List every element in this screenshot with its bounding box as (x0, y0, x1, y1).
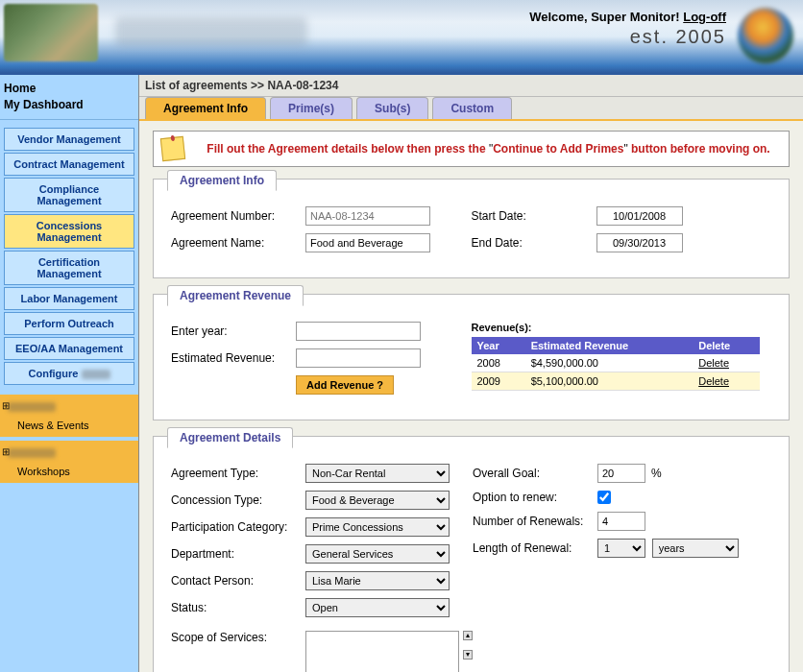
nav-dashboard[interactable]: My Dashboard (4, 97, 134, 113)
length-renewal-label: Length of Renewal: (473, 541, 597, 555)
delete-link[interactable]: Delete (698, 357, 729, 369)
workshops-link[interactable]: Workshops (4, 464, 134, 479)
header-photo (4, 4, 98, 61)
seal-icon (738, 8, 793, 63)
news-events-link[interactable]: News & Events (4, 418, 134, 433)
tab-agreement-info[interactable]: Agreement Info (145, 97, 266, 119)
status-label: Status: (171, 601, 305, 614)
sidebar-item-concessions-management[interactable]: Concessions Management (4, 214, 134, 249)
table-row: 2009$5,100,000.00Delete (472, 372, 760, 391)
participation-category-label: Participation Category: (171, 520, 305, 534)
section-title: Agreement Revenue (167, 285, 304, 306)
start-date-label: Start Date: (472, 209, 596, 223)
start-date-field[interactable]: 10/01/2008 (596, 206, 683, 226)
section-title: Agreement Details (167, 427, 293, 448)
instruction-banner: Fill out the Agreement details below the… (153, 131, 790, 167)
scope-textarea[interactable] (305, 631, 459, 672)
sidebar: Home My Dashboard Vendor ManagementContr… (0, 75, 139, 672)
agreement-name-input[interactable] (305, 233, 430, 252)
agreement-details-section: Agreement Details Agreement Type:Non-Car… (153, 436, 790, 672)
th-year: Year (472, 337, 525, 354)
num-renewals-label: Number of Renewals: (473, 515, 597, 528)
tab-bar: Agreement InfoPrime(s)Sub(s)Custom (139, 97, 803, 121)
agreement-info-section: Agreement Info Agreement Number: Agreeme… (153, 179, 790, 278)
welcome-text: Welcome, Super Monitor! Log-off (529, 10, 726, 24)
sidebar-item-configure[interactable]: Configure (4, 362, 134, 385)
sidebar-item-vendor-management[interactable]: Vendor Management (4, 128, 134, 151)
participation-category-select[interactable]: Prime Concessions (305, 517, 450, 537)
header-banner: Welcome, Super Monitor! Log-off est. 200… (0, 0, 803, 75)
sidebar-item-labor-management[interactable]: Labor Management (4, 287, 134, 310)
option-renew-label: Option to renew: (473, 491, 597, 504)
est-revenue-input[interactable] (296, 348, 421, 368)
breadcrumb: List of agreements >> NAA-08-1234 (139, 75, 803, 97)
agreement-type-label: Agreement Type: (171, 467, 305, 480)
cell-year: 2008 (472, 354, 525, 372)
end-date-field[interactable]: 09/30/2013 (596, 233, 683, 252)
delete-link[interactable]: Delete (698, 375, 729, 387)
overall-goal-input[interactable] (597, 464, 645, 483)
sidebar-item-compliance-management[interactable]: Compliance Management (4, 178, 134, 212)
revenue-table: Year Estimated Revenue Delete 2008$4,590… (472, 337, 760, 391)
cell-year: 2009 (472, 372, 525, 391)
sidebar-group-news: News & Events (0, 395, 138, 437)
section-title: Agreement Info (167, 170, 277, 191)
sidebar-item-contract-management[interactable]: Contract Management (4, 153, 134, 176)
th-estimated-revenue: Estimated Revenue (525, 337, 694, 354)
header-title-blur (115, 17, 307, 46)
logoff-link[interactable]: Log-off (683, 10, 726, 24)
sidebar-item-certification-management[interactable]: Certification Management (4, 251, 134, 285)
num-renewals-input[interactable] (597, 512, 645, 531)
tab-prime-s-[interactable]: Prime(s) (270, 97, 353, 119)
length-renewal-value-select[interactable]: 1 (597, 539, 645, 558)
tagline: est. 2005 (529, 26, 726, 48)
expand-icon[interactable] (4, 444, 134, 460)
th-delete: Delete (693, 337, 759, 354)
expand-icon[interactable] (4, 398, 134, 414)
scroll-down-icon[interactable]: ▾ (463, 650, 473, 660)
add-revenue-button[interactable]: Add Revenue ? (296, 375, 394, 395)
percent-unit: % (651, 467, 662, 480)
agreement-number-input[interactable] (305, 206, 430, 226)
tab-custom[interactable]: Custom (432, 97, 512, 119)
table-row: 2008$4,590,000.00Delete (472, 354, 760, 372)
end-date-label: End Date: (472, 236, 596, 250)
scope-label: Scope of Services: (171, 631, 305, 644)
sidebar-group-workshops: Workshops (0, 441, 138, 483)
concession-type-label: Concession Type: (171, 493, 305, 507)
est-revenue-label: Estimated Revenue: (171, 351, 296, 365)
agreement-name-label: Agreement Name: (171, 236, 305, 250)
sidebar-item-perform-outreach[interactable]: Perform Outreach (4, 312, 134, 335)
option-renew-checkbox[interactable] (597, 491, 611, 504)
enter-year-input[interactable] (296, 322, 421, 341)
length-renewal-unit-select[interactable]: years (652, 539, 739, 558)
agreement-type-select[interactable]: Non-Car Rental (305, 464, 450, 483)
nav-home[interactable]: Home (4, 81, 134, 97)
cell-revenue: $4,590,000.00 (525, 354, 694, 372)
overall-goal-label: Overall Goal: (473, 467, 597, 480)
department-label: Department: (171, 547, 305, 561)
agreement-revenue-section: Agreement Revenue Enter year: Estimated … (153, 294, 790, 420)
contact-person-select[interactable]: Lisa Marie (305, 571, 450, 590)
department-select[interactable]: General Services (305, 544, 450, 564)
sticky-note-icon (160, 136, 185, 161)
contact-person-label: Contact Person: (171, 574, 305, 588)
enter-year-label: Enter year: (171, 324, 296, 338)
cell-revenue: $5,100,000.00 (525, 372, 694, 391)
sidebar-item-eeo-aa-management[interactable]: EEO/AA Management (4, 337, 134, 360)
agreement-number-label: Agreement Number: (171, 209, 305, 223)
status-select[interactable]: Open (305, 598, 450, 617)
scroll-up-icon[interactable]: ▴ (463, 631, 473, 640)
concession-type-select[interactable]: Food & Beverage (305, 491, 450, 510)
tab-sub-s-[interactable]: Sub(s) (356, 97, 428, 119)
revenue-list-title: Revenue(s): (472, 322, 772, 333)
